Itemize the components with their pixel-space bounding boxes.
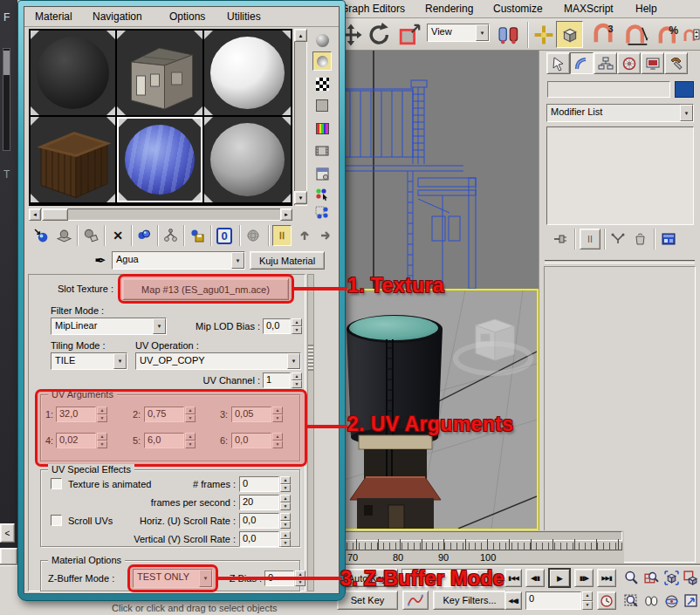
pick-material-eyedropper-icon[interactable]: ✒ xyxy=(91,250,110,270)
previous-frame-icon[interactable]: ◀▮▮ xyxy=(525,569,545,587)
angle-snap-icon[interactable] xyxy=(623,23,649,47)
uv-arg-spinner-6[interactable] xyxy=(272,433,283,448)
editor-menu-material[interactable]: Material xyxy=(35,10,72,23)
sample-slot-dark-sphere[interactable] xyxy=(31,31,115,115)
scroll-down-icon[interactable]: ▼ xyxy=(294,191,307,204)
uv-arg-spinner-2[interactable] xyxy=(185,407,196,422)
menu-rendering[interactable]: Rendering xyxy=(425,3,473,15)
texture-is-animated-checkbox[interactable] xyxy=(51,478,62,489)
h-scroll-spinner[interactable] xyxy=(280,513,291,529)
tab-display[interactable] xyxy=(641,52,664,74)
sample-slot-blue-water-sphere-selected[interactable] xyxy=(117,117,202,202)
pin-stack-icon[interactable] xyxy=(551,229,570,249)
editor-menu-options[interactable]: Options xyxy=(169,10,205,23)
viewport-active[interactable] xyxy=(334,289,539,530)
frame-spinner[interactable] xyxy=(582,591,593,610)
material-map-navigator-icon[interactable] xyxy=(312,203,332,222)
select-by-material-icon[interactable] xyxy=(312,184,332,203)
percent-snap-icon[interactable]: % xyxy=(655,23,681,47)
menu-graph-editors[interactable]: Graph Editors xyxy=(340,3,405,15)
select-and-rotate-icon[interactable] xyxy=(367,23,392,47)
time-configuration-icon[interactable] xyxy=(597,591,616,610)
dropdown-arrow-icon[interactable] xyxy=(113,353,127,369)
uv-arg-field-2[interactable]: 0,75 xyxy=(144,407,184,422)
uv-arg-field-6[interactable]: 0,0 xyxy=(231,433,271,448)
scroll-left-icon[interactable]: ◄ xyxy=(29,208,41,221)
go-to-start-icon[interactable]: ◀◀▮ xyxy=(504,591,522,610)
remove-modifier-icon[interactable] xyxy=(630,229,649,249)
snap-3d-icon[interactable]: 3 xyxy=(590,23,616,47)
tab-modify[interactable] xyxy=(570,52,594,74)
uv-operation-dropdown[interactable]: UV_OP_COPY xyxy=(135,352,301,370)
tiling-mode-dropdown[interactable]: TILE xyxy=(51,352,127,370)
tab-utilities[interactable] xyxy=(664,52,688,74)
sample-type-icon[interactable] xyxy=(312,31,332,50)
editor-menu-utilities[interactable]: Utilities xyxy=(227,10,261,23)
zoom-extents-all-icon[interactable] xyxy=(682,568,700,587)
dropdown-arrow-icon[interactable] xyxy=(476,24,489,41)
uv-arg-field-3[interactable]: 0,05 xyxy=(231,407,271,422)
object-name-field[interactable] xyxy=(547,81,670,98)
go-forward-to-sibling-icon[interactable] xyxy=(316,226,335,245)
zoom-extents-icon[interactable] xyxy=(662,568,681,587)
collapse-button[interactable]: < xyxy=(0,523,15,543)
pan-icon[interactable] xyxy=(642,591,661,611)
go-to-end-icon[interactable]: ▶▶▮ xyxy=(597,569,616,587)
reference-coordinate-dropdown[interactable]: View xyxy=(427,24,490,42)
dropdown-arrow-icon[interactable] xyxy=(199,570,212,587)
parameters-scroll-strip[interactable] xyxy=(307,274,314,591)
select-and-scale-icon[interactable] xyxy=(397,23,422,47)
v-scroll-field[interactable]: 0,0 xyxy=(239,531,279,547)
dropdown-arrow-icon[interactable] xyxy=(231,252,244,269)
next-frame-icon[interactable]: ▮▮▶ xyxy=(574,569,594,587)
scroll-uvs-checkbox[interactable] xyxy=(51,515,62,526)
snaps-toggle-button[interactable] xyxy=(556,21,583,48)
tab-create[interactable] xyxy=(546,52,570,74)
scroll-up-icon[interactable]: ▲ xyxy=(294,29,307,42)
material-id-channel-icon[interactable]: 0 xyxy=(215,226,234,245)
previous-key-icon[interactable]: ▮◀◀ xyxy=(504,569,522,587)
sample-uv-tiling-icon[interactable] xyxy=(312,96,332,115)
assign-material-to-selection-icon[interactable] xyxy=(81,226,100,245)
uv-arg-field-5[interactable]: 6,0 xyxy=(144,433,184,448)
menu-customize[interactable]: Customize xyxy=(493,3,543,15)
make-unique-icon[interactable] xyxy=(161,226,180,245)
v-scroll-spinner[interactable] xyxy=(280,531,291,547)
zoom-icon[interactable] xyxy=(621,568,641,587)
editor-menu-navigation[interactable]: Navigation xyxy=(93,10,142,23)
make-unique-stack-icon[interactable] xyxy=(608,229,628,249)
background-checker-icon[interactable] xyxy=(312,74,332,93)
play-button[interactable]: ▶ xyxy=(548,568,571,588)
make-preview-icon[interactable] xyxy=(312,141,332,161)
modifier-list-dropdown[interactable]: Modifier List xyxy=(546,104,694,122)
dropdown-arrow-icon[interactable] xyxy=(153,318,166,334)
background-scrollbar-thumb[interactable] xyxy=(3,51,10,75)
mirror-icon[interactable] xyxy=(496,23,522,47)
material-name-dropdown[interactable]: Agua xyxy=(112,251,245,270)
show-end-result-stack-icon[interactable]: ⅠⅠ xyxy=(580,229,600,249)
go-to-parent-icon[interactable] xyxy=(295,226,314,245)
uv-arg-spinner-3[interactable] xyxy=(272,407,283,422)
modifier-stack-list[interactable] xyxy=(546,126,694,225)
spinner-down-icon[interactable] xyxy=(582,601,593,611)
hscroll-thumb[interactable] xyxy=(42,208,68,221)
key-mode-icon[interactable] xyxy=(402,591,429,610)
uv-arg-field-4[interactable]: 0,02 xyxy=(56,433,96,448)
uv-arg-spinner-5[interactable] xyxy=(185,433,196,448)
video-color-check-icon[interactable] xyxy=(312,119,332,138)
uv-arg-field-1[interactable]: 32,0 xyxy=(56,407,96,422)
sample-slot-gray-sphere[interactable] xyxy=(204,117,291,202)
tab-motion[interactable] xyxy=(617,52,641,74)
viewport-wireframe[interactable] xyxy=(334,51,539,289)
material-class-button[interactable]: Kuju Material xyxy=(250,251,325,270)
make-material-copy-icon[interactable] xyxy=(134,226,154,245)
mip-lod-bias-field[interactable]: 0,0 xyxy=(263,318,291,334)
uv-channel-spinner[interactable] xyxy=(292,372,302,388)
fps-field[interactable]: 20 xyxy=(239,495,279,510)
configure-modifier-sets-icon[interactable] xyxy=(659,229,678,249)
options-icon[interactable] xyxy=(312,164,332,183)
region-zoom-icon[interactable] xyxy=(621,591,641,611)
select-and-manipulate-icon[interactable] xyxy=(532,23,555,47)
put-material-to-scene-icon[interactable] xyxy=(54,226,73,245)
key-filters-button[interactable]: Key Filters... xyxy=(433,591,506,610)
